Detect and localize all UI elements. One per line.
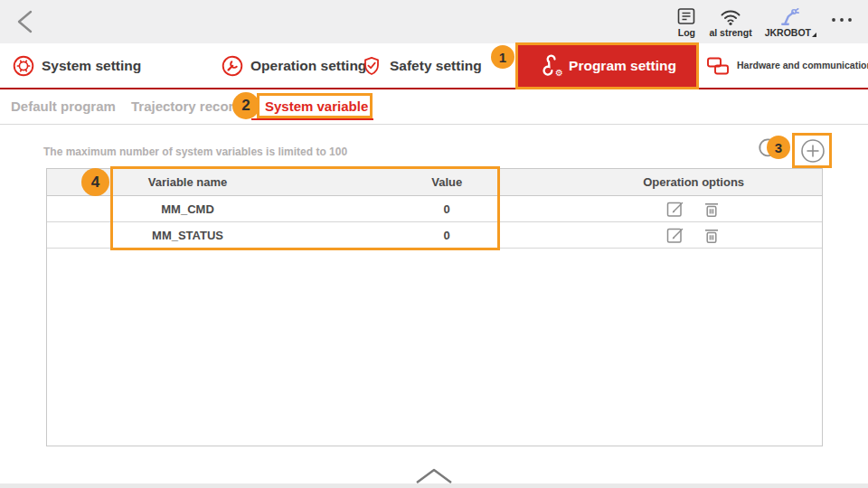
signal-strength-label: al strengt xyxy=(709,27,751,38)
screen: Log al strengt xyxy=(0,0,868,488)
back-button[interactable] xyxy=(14,9,36,34)
max-variables-note: The maximum number of system variables i… xyxy=(43,145,347,158)
table-row: MM_CMD 0 xyxy=(47,196,822,222)
safety-setting-icon xyxy=(361,55,382,77)
hardware-communication-icon xyxy=(705,54,731,78)
variable-name-cell: MM_STATUS xyxy=(47,222,328,248)
tab-label: Operation setting xyxy=(250,58,366,74)
plus-circle-icon xyxy=(799,137,826,164)
trash-icon xyxy=(702,199,722,219)
subtab-default-program[interactable]: Default program xyxy=(11,89,116,123)
subtab-label: Trajectory record xyxy=(131,99,242,114)
annotation-step-1: 1 xyxy=(491,45,514,69)
operation-setting-icon xyxy=(222,55,243,77)
robot-arm-icon xyxy=(778,6,802,26)
tab-label: Hardware and communication xyxy=(737,61,868,71)
top-status-bar: Log al strengt xyxy=(0,0,868,43)
annotation-step-3: 3 xyxy=(767,136,790,159)
program-gear-glyph: ⚙ xyxy=(555,69,563,78)
add-variable-button[interactable] xyxy=(799,137,826,164)
log-button[interactable]: Log xyxy=(676,2,696,38)
active-subtab-underline xyxy=(251,118,373,120)
trash-icon xyxy=(702,225,722,245)
table-row: MM_STATUS 0 xyxy=(47,222,822,249)
variable-value-cell: 0 xyxy=(328,196,565,221)
edit-icon xyxy=(665,199,685,219)
more-dots-icon xyxy=(830,16,854,23)
header-operation-options: Operation options xyxy=(565,169,822,195)
dropdown-caret-icon xyxy=(812,33,816,37)
annotation-step-4: 4 xyxy=(81,168,109,196)
tab-operation-setting[interactable]: Operation setting xyxy=(222,43,366,88)
tab-label: Program setting xyxy=(569,58,676,74)
tab-safety-setting[interactable]: Safety setting xyxy=(361,43,482,88)
subtab-trajectory-record[interactable]: Trajectory record xyxy=(131,89,242,123)
system-variable-table: Variable name Value Operation options MM… xyxy=(46,168,823,446)
variable-value-cell: 0 xyxy=(328,222,565,248)
tab-label: System setting xyxy=(42,58,141,74)
delete-variable-button[interactable] xyxy=(702,225,722,245)
system-setting-icon xyxy=(13,55,34,77)
robot-label-text: JKROBOT xyxy=(765,27,811,38)
subtab-label: Default program xyxy=(11,99,116,114)
bottom-edge-bar xyxy=(0,483,868,488)
tab-hardware-communication[interactable]: Hardware and communication xyxy=(705,43,868,88)
delete-variable-button[interactable] xyxy=(702,199,722,219)
operation-options-cell xyxy=(665,199,722,219)
tab-system-setting[interactable]: System setting xyxy=(13,43,141,88)
robot-label: JKROBOT xyxy=(765,27,816,38)
edit-variable-button[interactable] xyxy=(665,225,685,245)
log-label: Log xyxy=(678,27,695,38)
back-chevron-icon xyxy=(14,9,36,34)
program-setting-icon: ⚙ xyxy=(538,54,561,78)
log-icon xyxy=(676,6,696,26)
more-menu-button[interactable] xyxy=(830,2,854,38)
operation-options-cell xyxy=(665,225,722,245)
collapse-panel-button[interactable] xyxy=(412,465,456,485)
robot-status-button[interactable]: JKROBOT xyxy=(765,2,816,38)
topbar-right-group: Log al strengt xyxy=(670,2,863,43)
annotation-step-2: 2 xyxy=(232,92,259,119)
wifi-icon xyxy=(719,6,742,26)
tab-program-setting[interactable]: ⚙ Program setting xyxy=(518,43,696,88)
signal-strength-indicator[interactable]: al strengt xyxy=(709,2,751,38)
edit-icon xyxy=(665,225,685,245)
chevron-up-icon xyxy=(412,465,456,485)
subtab-label: System variable xyxy=(265,99,368,114)
header-value: Value xyxy=(328,169,565,195)
sub-nav: Default program Trajectory record System… xyxy=(0,89,868,125)
variable-name-cell: MM_CMD xyxy=(47,196,328,221)
tab-label: Safety setting xyxy=(390,58,482,74)
main-nav: System setting Operation setting Safety … xyxy=(0,43,868,89)
table-header-row: Variable name Value Operation options xyxy=(47,169,822,196)
edit-variable-button[interactable] xyxy=(665,199,685,219)
